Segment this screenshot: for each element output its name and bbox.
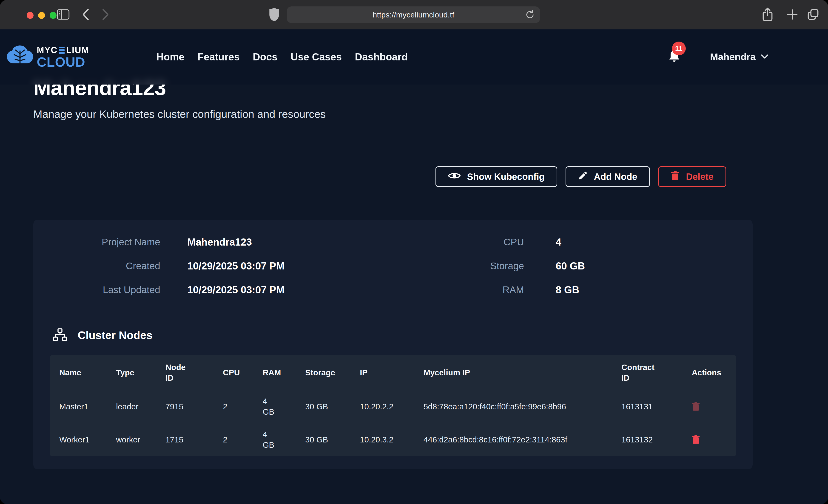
- show-kubeconfig-button[interactable]: Show Kubeconfig: [436, 166, 557, 187]
- cluster-info-right: CPU 4 Storage 60 GB RAM 8 GB: [392, 230, 585, 302]
- chevron-down-icon: [761, 54, 769, 60]
- cell-cpu: 2: [214, 390, 253, 423]
- chevron-left-icon: [81, 8, 90, 22]
- webpage: MYC LIUM CLOUD Home Features Docs Use Ca…: [0, 30, 828, 504]
- traffic-lights: [27, 12, 56, 19]
- col-header-ram: RAM: [253, 355, 296, 390]
- cluster-nodes-table: Name Type Node ID CPU RAM Storage IP Myc…: [50, 355, 736, 456]
- cell-node-id: 1715: [156, 423, 214, 456]
- col-header-type: Type: [107, 355, 156, 390]
- cluster-details-card: Project Name Mahendra123 Created 10/29/2…: [33, 220, 753, 469]
- refresh-icon[interactable]: [525, 10, 535, 21]
- mycelium-cloud-logo-icon: [6, 44, 34, 70]
- cell-mycelium-ip: 446:d2a6:8bcd:8c16:ff0f:72e2:3114:863f: [414, 423, 612, 456]
- nav-item-dashboard[interactable]: Dashboard: [355, 51, 408, 63]
- shield-icon: [269, 8, 280, 22]
- created-value: 10/29/2025 03:07 PM: [187, 260, 285, 272]
- trash-icon: [692, 402, 700, 412]
- info-row-last-updated: Last Updated 10/29/2025 03:07 PM: [33, 278, 392, 302]
- table-row-master1: Master1 leader 7915 2 4 GB 30 GB 10.20.2…: [50, 390, 736, 423]
- col-header-mycelium-ip: Mycelium IP: [414, 355, 612, 390]
- cell-contract-id: 1613131: [612, 390, 682, 423]
- ram-label: RAM: [392, 284, 524, 295]
- eye-icon: [448, 172, 460, 182]
- nav-item-use-cases[interactable]: Use Cases: [291, 51, 342, 63]
- delete-node-button[interactable]: [692, 402, 700, 412]
- storage-label: Storage: [392, 260, 524, 271]
- new-tab-button[interactable]: [783, 0, 801, 30]
- nav-links: Home Features Docs Use Cases Dashboard: [156, 51, 408, 63]
- col-header-node-id: Node ID: [156, 355, 214, 390]
- plus-icon: [786, 8, 798, 21]
- close-window-button[interactable]: [27, 12, 34, 19]
- site-navbar: MYC LIUM CLOUD Home Features Docs Use Ca…: [0, 30, 828, 85]
- nav-item-home[interactable]: Home: [156, 51, 184, 63]
- cluster-nodes-heading: Cluster Nodes: [53, 328, 753, 342]
- sidebar-toggle-button[interactable]: [55, 0, 71, 30]
- privacy-report-button[interactable]: [266, 0, 282, 30]
- share-icon: [761, 7, 774, 23]
- trash-icon: [671, 171, 679, 183]
- notifications-button[interactable]: 11: [668, 50, 680, 64]
- delete-cluster-button[interactable]: Delete: [658, 166, 726, 187]
- cell-actions: [682, 390, 736, 423]
- table-header-row: Name Type Node ID CPU RAM Storage IP Myc…: [50, 355, 736, 390]
- delete-node-button[interactable]: [692, 435, 700, 445]
- cell-actions: [682, 423, 736, 456]
- bell-icon: [668, 60, 680, 64]
- info-row-ram: RAM 8 GB: [392, 278, 585, 302]
- logo-letter-e: [59, 47, 65, 54]
- notification-count-badge: 11: [672, 42, 686, 55]
- forward-button[interactable]: [98, 0, 113, 30]
- nav-right: 11 Mahendra: [668, 50, 769, 64]
- network-nodes-icon: [53, 328, 67, 342]
- cell-storage: 30 GB: [296, 390, 351, 423]
- user-name: Mahendra: [710, 51, 756, 62]
- minimize-window-button[interactable]: [38, 12, 45, 19]
- address-bar[interactable]: https://myceliumcloud.tf: [287, 6, 540, 23]
- tab-overview-button[interactable]: [804, 0, 822, 30]
- page-subtitle: Manage your Kubernetes cluster configura…: [33, 107, 753, 121]
- info-row-project-name: Project Name Mahendra123: [33, 230, 392, 254]
- site-logo[interactable]: MYC LIUM CLOUD: [6, 44, 89, 70]
- add-node-button[interactable]: Add Node: [566, 166, 650, 187]
- cell-ram: 4 GB: [253, 423, 296, 456]
- pencil-icon: [578, 171, 587, 182]
- project-name-label: Project Name: [33, 237, 160, 248]
- cpu-label: CPU: [392, 237, 524, 248]
- cpu-value: 4: [556, 237, 561, 248]
- share-button[interactable]: [758, 0, 777, 30]
- tabs-icon: [806, 8, 820, 22]
- back-button[interactable]: [78, 0, 93, 30]
- browser-window: https://myceliumcloud.tf: [0, 0, 828, 504]
- cluster-info-left: Project Name Mahendra123 Created 10/29/2…: [33, 230, 392, 302]
- cell-type: leader: [107, 390, 156, 423]
- cell-mycelium-ip: 5d8:78ea:a120:f40c:ff0f:a5fe:99e6:8b96: [414, 390, 612, 423]
- cell-type: worker: [107, 423, 156, 456]
- info-row-storage: Storage 60 GB: [392, 254, 585, 278]
- sidebar-icon: [57, 9, 70, 20]
- last-updated-value: 10/29/2025 03:07 PM: [187, 284, 285, 296]
- table-row-worker1: Worker1 worker 1715 2 4 GB 30 GB 10.20.3…: [50, 423, 736, 456]
- user-menu[interactable]: Mahendra: [710, 51, 769, 62]
- col-header-cpu: CPU: [214, 355, 253, 390]
- chevron-right-icon: [101, 8, 110, 22]
- col-header-actions: Actions: [682, 355, 736, 390]
- cell-node-id: 7915: [156, 390, 214, 423]
- cell-ip: 10.20.2.2: [351, 390, 414, 423]
- cell-name: Master1: [50, 390, 107, 423]
- ram-value: 8 GB: [556, 284, 579, 296]
- nav-item-docs[interactable]: Docs: [253, 51, 278, 63]
- cell-name: Worker1: [50, 423, 107, 456]
- logo-line-mycelium: MYC LIUM: [37, 45, 89, 55]
- nav-item-features[interactable]: Features: [198, 51, 240, 63]
- cell-storage: 30 GB: [296, 423, 351, 456]
- cell-contract-id: 1613132: [612, 423, 682, 456]
- storage-value: 60 GB: [556, 260, 585, 272]
- browser-titlebar: https://myceliumcloud.tf: [0, 0, 828, 30]
- cluster-info-grid: Project Name Mahendra123 Created 10/29/2…: [33, 220, 753, 302]
- cluster-actions-row: Show Kubeconfig Add Node: [33, 166, 726, 187]
- info-row-cpu: CPU 4: [392, 230, 585, 254]
- info-row-created: Created 10/29/2025 03:07 PM: [33, 254, 392, 278]
- cell-cpu: 2: [214, 423, 253, 456]
